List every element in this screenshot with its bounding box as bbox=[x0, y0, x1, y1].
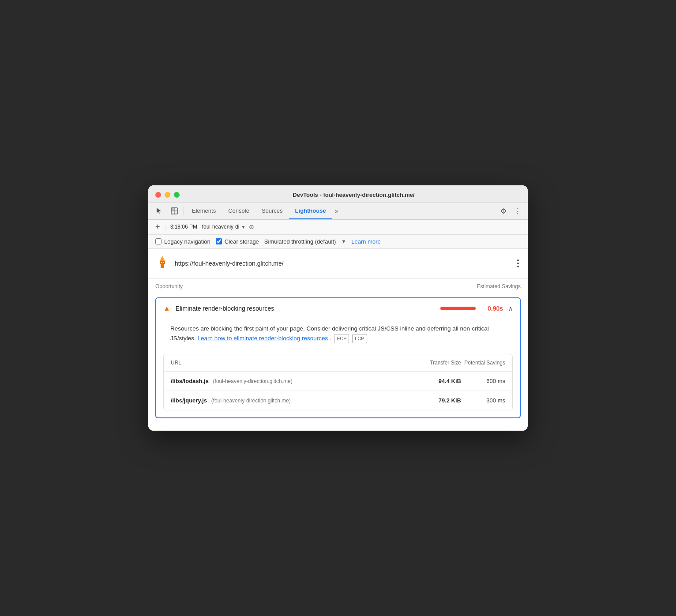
more-tabs-button[interactable]: » bbox=[332, 204, 341, 218]
estimated-savings-col-header: Estimated Savings bbox=[477, 283, 521, 289]
devtools-tabs-bar: Elements Console Sources Lighthouse » ⚙ … bbox=[148, 203, 528, 220]
resource-url-1: /libs/jquery.js (foul-heavenly-direction… bbox=[171, 397, 421, 404]
resource-url-0: /libs/lodash.js (foul-heavenly-direction… bbox=[171, 378, 421, 384]
opportunity-col-header: Opportunity bbox=[155, 283, 183, 289]
opportunity-row[interactable]: ▲ Eliminate render-blocking resources 0.… bbox=[156, 298, 520, 319]
legacy-nav-group: Legacy navigation bbox=[155, 238, 210, 245]
tab-elements[interactable]: Elements bbox=[186, 203, 222, 219]
options-bar: Legacy navigation Clear storage Simulate… bbox=[148, 235, 528, 249]
learn-more-link[interactable]: Learn more bbox=[351, 238, 380, 245]
svg-marker-10 bbox=[165, 259, 167, 261]
timestamp-label: 3:18:06 PM - foul-heavenly-di bbox=[170, 224, 240, 230]
svg-rect-8 bbox=[163, 262, 164, 263]
opportunity-title: Eliminate render-blocking resources bbox=[176, 305, 435, 312]
tab-lighthouse[interactable]: Lighthouse bbox=[289, 203, 332, 219]
resource-domain-0: (foul-heavenly-direction.glitch.me) bbox=[213, 378, 293, 384]
resource-savings-0: 600 ms bbox=[461, 378, 505, 384]
svg-rect-4 bbox=[161, 264, 164, 268]
cursor-icon[interactable] bbox=[152, 203, 167, 218]
clear-storage-group: Clear storage bbox=[216, 238, 259, 245]
tab-sources[interactable]: Sources bbox=[255, 203, 289, 219]
description-link[interactable]: Learn how to eliminate render-blocking r… bbox=[198, 335, 328, 342]
resource-transfer-1: 79.2 KiB bbox=[421, 397, 461, 404]
fcp-tag: FCP bbox=[334, 334, 349, 344]
maximize-button[interactable] bbox=[174, 192, 180, 198]
svg-marker-9 bbox=[158, 259, 160, 261]
resource-domain-1: (foul-heavenly-direction.glitch.me) bbox=[211, 398, 291, 404]
tab-divider bbox=[184, 207, 184, 215]
resources-table: URL Transfer Size Potential Savings /lib… bbox=[163, 354, 513, 410]
col-savings-header: Potential Savings bbox=[461, 360, 505, 366]
opportunity-header: Opportunity Estimated Savings bbox=[148, 279, 528, 294]
table-row: /libs/jquery.js (foul-heavenly-direction… bbox=[164, 391, 512, 410]
resource-savings-1: 300 ms bbox=[461, 397, 505, 404]
savings-time: 0.90s bbox=[481, 305, 503, 312]
svg-rect-1 bbox=[171, 208, 174, 210]
lh-more-button[interactable] bbox=[515, 258, 521, 269]
description-text-period: . bbox=[330, 335, 333, 342]
no-entry-icon[interactable]: ⊘ bbox=[249, 223, 254, 230]
resource-path-0: /libs/lodash.js bbox=[171, 378, 209, 384]
savings-bar bbox=[440, 307, 476, 310]
table-row: /libs/lodash.js (foul-heavenly-direction… bbox=[164, 372, 512, 391]
secondary-toolbar: + | 3:18:06 PM - foul-heavenly-di ▼ ⊘ bbox=[148, 220, 528, 235]
legacy-nav-checkbox[interactable] bbox=[155, 238, 161, 244]
devtools-window: DevTools - foul-heavenly-direction.glitc… bbox=[148, 185, 528, 431]
col-transfer-header: Transfer Size bbox=[421, 360, 461, 366]
chevron-up-icon[interactable]: ∧ bbox=[508, 305, 513, 312]
tab-console[interactable]: Console bbox=[222, 203, 255, 219]
resources-table-header: URL Transfer Size Potential Savings bbox=[164, 354, 512, 372]
more-options-icon[interactable]: ⋮ bbox=[510, 203, 524, 219]
titlebar: DevTools - foul-heavenly-direction.glitc… bbox=[148, 185, 528, 203]
resource-path-1: /libs/jquery.js bbox=[171, 397, 207, 404]
traffic-lights bbox=[155, 192, 180, 198]
settings-icon[interactable]: ⚙ bbox=[497, 203, 510, 219]
lh-header-row: https://foul-heavenly-direction.glitch.m… bbox=[148, 249, 528, 279]
main-content: https://foul-heavenly-direction.glitch.m… bbox=[148, 249, 528, 431]
clear-storage-checkbox[interactable] bbox=[216, 238, 222, 244]
lighthouse-icon bbox=[155, 255, 169, 272]
url-dropdown-icon[interactable]: ▼ bbox=[241, 225, 245, 229]
svg-rect-7 bbox=[161, 262, 162, 263]
resource-transfer-0: 94.4 KiB bbox=[421, 378, 461, 384]
url-display: 3:18:06 PM - foul-heavenly-di ▼ bbox=[170, 224, 246, 230]
svg-marker-5 bbox=[160, 256, 165, 261]
close-button[interactable] bbox=[155, 192, 161, 198]
warning-icon: ▲ bbox=[163, 304, 170, 312]
opportunity-description: Resources are blocking the first paint o… bbox=[156, 319, 520, 350]
clear-storage-label: Clear storage bbox=[225, 238, 259, 245]
minimize-button[interactable] bbox=[165, 192, 170, 198]
inspect-icon[interactable] bbox=[167, 203, 182, 218]
opportunity-item: ▲ Eliminate render-blocking resources 0.… bbox=[155, 297, 521, 418]
add-button[interactable]: + bbox=[154, 222, 162, 232]
col-url-header: URL bbox=[171, 360, 421, 366]
window-title: DevTools - foul-heavenly-direction.glitc… bbox=[187, 192, 521, 198]
svg-rect-6 bbox=[160, 261, 165, 264]
lh-url-display: https://foul-heavenly-direction.glitch.m… bbox=[175, 260, 510, 267]
throttling-dropdown-icon[interactable]: ▼ bbox=[341, 239, 346, 244]
lcp-tag: LCP bbox=[352, 334, 367, 344]
legacy-nav-label: Legacy navigation bbox=[164, 238, 210, 245]
throttling-label: Simulated throttling (default) bbox=[264, 238, 336, 245]
